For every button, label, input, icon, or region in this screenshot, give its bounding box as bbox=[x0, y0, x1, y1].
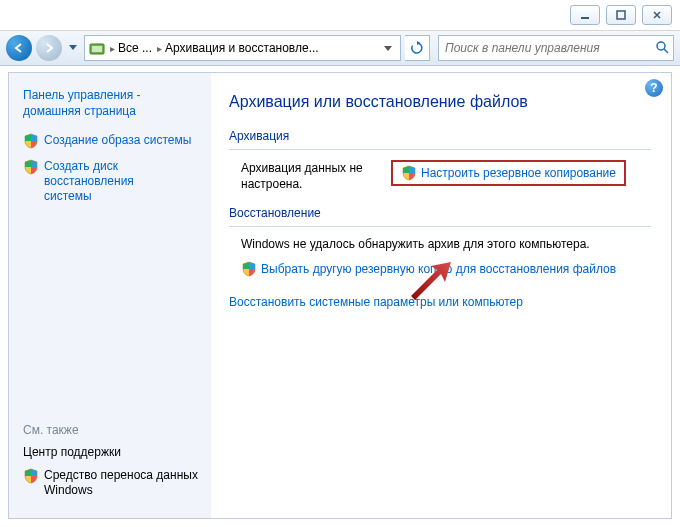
restore-system-link[interactable]: Восстановить системные параметры или ком… bbox=[229, 295, 651, 309]
chevron-right-icon: ▸ bbox=[154, 43, 165, 54]
sidebar-item-label: Средство переноса данных Windows bbox=[44, 468, 198, 498]
shield-icon bbox=[23, 468, 39, 484]
svg-rect-1 bbox=[617, 11, 625, 19]
group-header-backup: Архивация bbox=[229, 129, 651, 143]
shield-icon bbox=[401, 165, 417, 181]
minimize-icon bbox=[580, 10, 590, 20]
home-link-line2: домашняя страница bbox=[23, 103, 201, 119]
sidebar-item-label: Центр поддержки bbox=[23, 445, 121, 460]
see-also-heading: См. также bbox=[23, 423, 201, 437]
breadcrumb-seg-2[interactable]: ▸Архивация и восстановле... bbox=[154, 41, 319, 55]
close-icon bbox=[652, 10, 662, 20]
maximize-button[interactable] bbox=[606, 5, 636, 25]
close-button[interactable] bbox=[642, 5, 672, 25]
setup-backup-link[interactable]: Настроить резервное копирование bbox=[391, 160, 626, 186]
breadcrumb[interactable]: ▸Все ... ▸Архивация и восстановле... bbox=[84, 35, 401, 61]
choose-other-backup-link[interactable]: Выбрать другую резервную копию для восст… bbox=[241, 261, 651, 277]
search-box[interactable] bbox=[438, 35, 674, 61]
svg-rect-0 bbox=[581, 17, 589, 19]
navbar: ▸Все ... ▸Архивация и восстановле... bbox=[0, 31, 680, 66]
home-link-line1: Панель управления - bbox=[23, 87, 201, 103]
shield-icon bbox=[23, 133, 39, 149]
minimize-button[interactable] bbox=[570, 5, 600, 25]
sidebar-item-label: Создание образа системы bbox=[44, 133, 191, 148]
chevron-down-icon bbox=[69, 45, 77, 51]
arrow-right-icon bbox=[42, 41, 56, 55]
maximize-icon bbox=[616, 10, 626, 20]
control-panel-icon bbox=[89, 40, 105, 56]
panel: Панель управления - домашняя страница Со… bbox=[8, 72, 672, 519]
breadcrumb-seg-1[interactable]: ▸Все ... bbox=[107, 41, 152, 55]
divider bbox=[229, 149, 651, 150]
setup-backup-text: Настроить резервное копирование bbox=[421, 166, 616, 180]
breadcrumb-dropdown[interactable] bbox=[380, 41, 396, 55]
svg-line-5 bbox=[664, 49, 668, 53]
sidebar-item-create-image[interactable]: Создание образа системы bbox=[23, 133, 201, 149]
chevron-down-icon bbox=[384, 46, 392, 52]
body: Панель управления - домашняя страница Со… bbox=[0, 64, 680, 527]
help-button[interactable]: ? bbox=[645, 79, 663, 97]
refresh-icon bbox=[410, 41, 424, 55]
group-header-restore: Восстановление bbox=[229, 206, 651, 220]
window: ▸Все ... ▸Архивация и восстановле... Пан… bbox=[0, 0, 680, 527]
titlebar bbox=[0, 0, 680, 31]
svg-point-4 bbox=[657, 42, 665, 50]
help-icon: ? bbox=[650, 81, 657, 95]
shield-icon bbox=[241, 261, 257, 277]
arrow-left-icon bbox=[12, 41, 26, 55]
page-title: Архивация или восстановление файлов bbox=[229, 93, 651, 111]
main-content: ? Архивация или восстановление файлов Ар… bbox=[211, 73, 671, 518]
backup-status-row: Архивация данных не настроена. Настроить… bbox=[241, 160, 651, 192]
restore-status-text: Windows не удалось обнаружить архив для … bbox=[241, 237, 651, 251]
chevron-right-icon: ▸ bbox=[107, 43, 118, 54]
breadcrumb-text: Архивация и восстановле... bbox=[165, 41, 319, 55]
svg-rect-3 bbox=[92, 46, 102, 52]
backup-status-label: Архивация данных не настроена. bbox=[241, 160, 391, 192]
restore-system-text: Восстановить системные параметры или ком… bbox=[229, 295, 523, 309]
sidebar-item-label: Создать диск восстановления системы bbox=[44, 159, 201, 204]
control-panel-home-link[interactable]: Панель управления - домашняя страница bbox=[23, 87, 201, 119]
nav-back-button[interactable] bbox=[6, 35, 32, 61]
refresh-button[interactable] bbox=[405, 35, 430, 61]
search-icon bbox=[655, 40, 669, 57]
sidebar: Панель управления - домашняя страница Со… bbox=[9, 73, 211, 518]
choose-other-text: Выбрать другую резервную копию для восст… bbox=[261, 262, 616, 276]
sidebar-item-recovery-disc[interactable]: Создать диск восстановления системы bbox=[23, 159, 201, 204]
breadcrumb-text: Все ... bbox=[118, 41, 152, 55]
nav-forward-button[interactable] bbox=[36, 35, 62, 61]
search-input[interactable] bbox=[443, 40, 651, 56]
shield-icon bbox=[23, 159, 39, 175]
divider bbox=[229, 226, 651, 227]
sidebar-item-easy-transfer[interactable]: Средство переноса данных Windows bbox=[23, 468, 201, 498]
nav-history-dropdown[interactable] bbox=[66, 38, 80, 58]
sidebar-item-action-center[interactable]: Центр поддержки bbox=[23, 445, 201, 460]
